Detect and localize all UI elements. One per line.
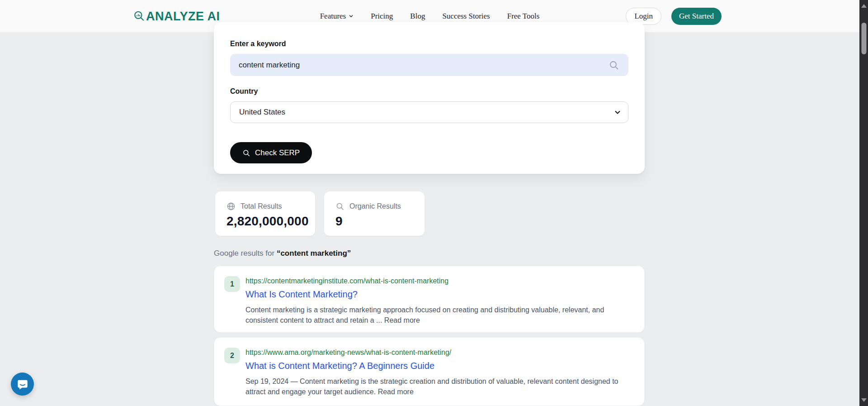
scrollbar-thumb[interactable] [861, 23, 866, 54]
header-actions: Login Get Started [626, 8, 722, 25]
results-heading: Google results for “content marketing” [214, 249, 351, 258]
result-url-link[interactable]: https://contentmarketinginstitute.com/wh… [245, 277, 632, 285]
search-icon [242, 149, 250, 157]
serp-checker-card: Enter a keyword Country United States Ch… [214, 22, 645, 174]
serp-result-item: 1 https://contentmarketinginstitute.com/… [214, 266, 645, 333]
country-selected-value: United States [239, 108, 285, 117]
nav-item-pricing[interactable]: Pricing [371, 12, 393, 21]
nav-item-features[interactable]: Features [320, 12, 354, 21]
main-nav: Features Pricing Blog Success Stories Fr… [320, 12, 540, 21]
total-results-value: 2,820,000,000 [226, 214, 304, 229]
result-url-link[interactable]: https://www.ama.org/marketing-news/what-… [245, 349, 632, 357]
organic-results-value: 9 [335, 214, 413, 229]
result-description: Content marketing is a strategic marketi… [245, 305, 632, 325]
logo[interactable]: ANALYZE AI [133, 9, 220, 23]
country-label: Country [230, 87, 628, 96]
keyword-input[interactable] [230, 54, 628, 76]
chevron-down-icon [349, 14, 354, 19]
serp-result-item: 2 https://www.ama.org/marketing-news/wha… [214, 337, 645, 406]
country-select[interactable]: United States [230, 101, 628, 123]
globe-icon [226, 202, 236, 211]
result-description: Sep 19, 2024 — Content marketing is the … [245, 376, 632, 397]
search-icon [335, 202, 344, 211]
scroll-down-arrow[interactable] [861, 398, 867, 402]
organic-results-card: Organic Results 9 [324, 191, 425, 236]
stats-row: Total Results 2,820,000,000 Organic Resu… [215, 191, 425, 236]
input-search-icon[interactable] [609, 60, 619, 71]
organic-results-label: Organic Results [349, 202, 401, 210]
total-results-label: Total Results [241, 202, 282, 210]
chat-launcher-button[interactable] [11, 373, 34, 396]
scroll-up-arrow[interactable] [861, 4, 867, 8]
logo-text: ANALYZE AI [146, 9, 220, 23]
result-title-link[interactable]: What is Content Marketing? A Beginners G… [245, 361, 632, 371]
results-heading-keyword: “content marketing” [277, 249, 351, 258]
logo-magnifier-chart-icon [133, 10, 145, 22]
chevron-down-icon [614, 109, 621, 116]
nav-item-blog[interactable]: Blog [410, 12, 425, 21]
keyword-label: Enter a keyword [230, 40, 628, 48]
rank-badge: 1 [224, 276, 240, 292]
nav-item-success-stories[interactable]: Success Stories [442, 12, 490, 21]
total-results-card: Total Results 2,820,000,000 [215, 191, 315, 236]
get-started-button[interactable]: Get Started [671, 8, 722, 25]
check-serp-button[interactable]: Check SERP [230, 142, 312, 163]
chat-bubble-icon [17, 378, 28, 390]
nav-item-free-tools[interactable]: Free Tools [507, 12, 540, 21]
rank-badge: 2 [224, 348, 240, 363]
result-title-link[interactable]: What Is Content Marketing? [245, 289, 632, 300]
read-more-link[interactable]: Read more [378, 388, 414, 396]
read-more-link[interactable]: Read more [384, 316, 420, 324]
vertical-scrollbar[interactable] [859, 0, 868, 406]
